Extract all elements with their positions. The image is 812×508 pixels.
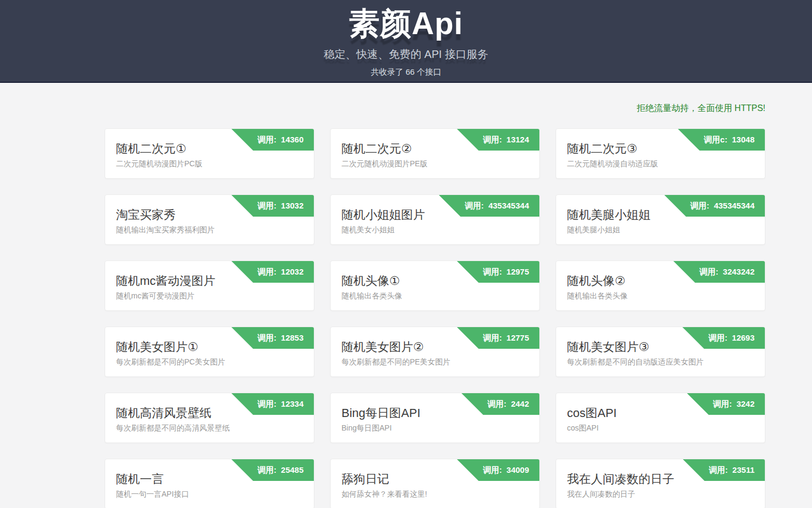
card-desc: 随机mc酱可爱动漫图片	[105, 291, 314, 301]
card-desc: 二次元随机动漫自动适应版	[556, 159, 765, 169]
api-card[interactable]: 调用c: 13048 随机二次元③ 二次元随机动漫自动适应版	[556, 128, 765, 179]
card-desc: 二次元随机动漫图片PC版	[105, 159, 314, 169]
api-card[interactable]: 调用: 2442 Bing每日图API Bing每日图API	[330, 393, 540, 443]
card-desc: 每次刷新都是不同的PE美女图片	[331, 357, 539, 367]
api-card[interactable]: 调用: 13124 随机二次元② 二次元随机动漫图片PE版	[330, 128, 540, 179]
api-card[interactable]: 调用: 12975 随机头像① 随机输出各类头像	[330, 260, 540, 311]
card-desc: 随机一句一言API接口	[105, 490, 314, 499]
api-card[interactable]: 调用: 34009 舔狗日记 如何舔女神？来看看这里!	[330, 459, 540, 508]
card-desc: 每次刷新都是不同的高清风景壁纸	[105, 424, 314, 433]
api-card[interactable]: 调用: 12032 随机mc酱动漫图片 随机mc酱可爱动漫图片	[105, 260, 314, 311]
card-desc: 每次刷新都是不同的PC美女图片	[105, 357, 314, 367]
card-desc: 如何舔女神？来看看这里!	[331, 490, 539, 499]
card-desc: Bing每日图API	[331, 424, 539, 433]
site-subtitle: 稳定、快速、免费的 API 接口服务	[0, 47, 812, 62]
card-desc: 随机美腿小姐姐	[556, 225, 765, 235]
card-desc: 二次元随机动漫图片PE版	[331, 159, 539, 169]
api-card-grid: 调用: 14360 随机二次元① 二次元随机动漫图片PC版 调用: 13124 …	[105, 128, 765, 508]
card-desc: 每次刷新都是不同的自动版适应美女图片	[556, 357, 765, 367]
main-content: 拒绝流量劫持，全面使用 HTTPS! 调用: 14360 随机二次元① 二次元随…	[105, 103, 765, 508]
api-card[interactable]: 调用: 12775 随机美女图片② 每次刷新都是不同的PE美女图片	[330, 327, 540, 377]
page-header: 素颜Api 稳定、快速、免费的 API 接口服务 共收录了 66 个接口	[0, 0, 812, 83]
https-notice: 拒绝流量劫持，全面使用 HTTPS!	[105, 103, 765, 114]
card-desc: 随机输出淘宝买家秀福利图片	[105, 225, 314, 235]
api-card[interactable]: 调用: 435345344 随机小姐姐图片 随机美女小姐姐	[330, 194, 540, 245]
card-desc: 我在人间凑数的日子	[556, 490, 765, 499]
api-card[interactable]: 调用: 435345344 随机美腿小姐姐 随机美腿小姐姐	[556, 194, 765, 245]
api-card[interactable]: 调用: 12853 随机美女图片① 每次刷新都是不同的PC美女图片	[105, 327, 314, 377]
api-card[interactable]: 调用: 14360 随机二次元① 二次元随机动漫图片PC版	[105, 128, 314, 179]
api-card[interactable]: 调用: 12693 随机美女图片③ 每次刷新都是不同的自动版适应美女图片	[556, 327, 765, 377]
card-desc: 随机美女小姐姐	[331, 225, 539, 235]
api-card[interactable]: 调用: 13032 淘宝买家秀 随机输出淘宝买家秀福利图片	[105, 194, 314, 245]
api-card[interactable]: 调用: 23511 我在人间凑数的日子 我在人间凑数的日子	[556, 459, 765, 508]
api-card[interactable]: 调用: 3243242 随机头像② 随机输出各类头像	[556, 260, 765, 311]
api-card[interactable]: 调用: 12334 随机高清风景壁纸 每次刷新都是不同的高清风景壁纸	[105, 393, 314, 443]
api-card[interactable]: 调用: 3242 cos图API cos图API	[556, 393, 765, 443]
card-desc: cos图API	[556, 424, 765, 433]
api-card[interactable]: 调用: 25485 随机一言 随机一句一言API接口	[105, 459, 314, 508]
card-desc: 随机输出各类头像	[556, 291, 765, 301]
api-count-line: 共收录了 66 个接口	[0, 67, 812, 77]
site-title: 素颜Api	[0, 0, 812, 45]
card-desc: 随机输出各类头像	[331, 291, 539, 301]
